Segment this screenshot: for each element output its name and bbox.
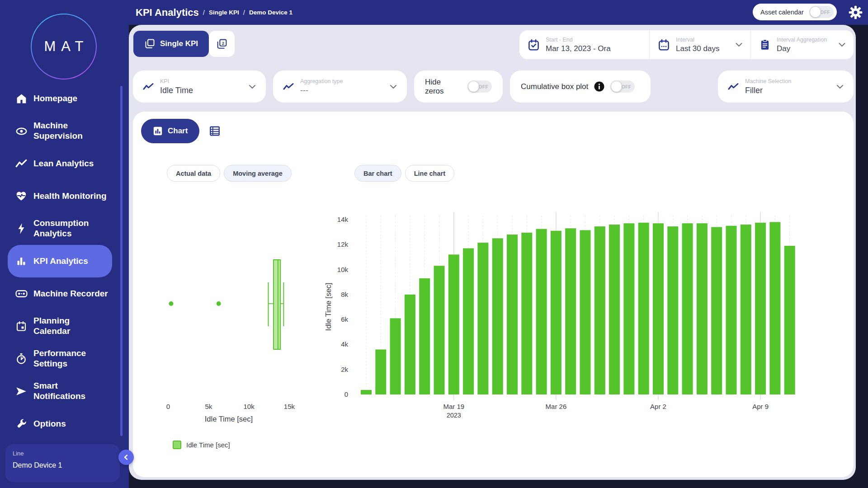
aggregation-type-label: Aggregation type bbox=[300, 78, 343, 84]
breadcrumb: KPI Analytics / Single KPI / Demo Device… bbox=[136, 0, 292, 25]
layers-1-icon: 1 bbox=[144, 38, 155, 49]
single-kpi-label: Single KPI bbox=[160, 39, 198, 48]
sidebar-item-lean-analytics[interactable]: Lean Analytics bbox=[8, 147, 112, 180]
breadcrumb-crumb[interactable]: Single KPI bbox=[209, 9, 239, 16]
trend-icon bbox=[15, 159, 28, 169]
sidebar-item-kpi-analytics[interactable]: KPI Analytics bbox=[8, 245, 112, 277]
svg-text:Mar 19: Mar 19 bbox=[443, 403, 464, 410]
chevron-down-icon bbox=[249, 83, 256, 91]
hide-zeros-switch[interactable]: OFF bbox=[467, 80, 492, 93]
svg-text:2: 2 bbox=[222, 40, 225, 45]
calendar-check-icon bbox=[528, 39, 540, 51]
multi-kpi-tab-button[interactable]: 2 bbox=[209, 31, 235, 57]
bars-icon bbox=[15, 256, 28, 267]
breadcrumb-crumb[interactable]: Demo Device 1 bbox=[249, 9, 292, 16]
svg-text:Idle Time [sec]: Idle Time [sec] bbox=[324, 283, 332, 331]
sidebar-item-label: Machine Recorder bbox=[33, 289, 108, 299]
bar-chart-pill[interactable]: Bar chart bbox=[354, 165, 401, 182]
clipboard-icon bbox=[759, 39, 771, 51]
eye-icon bbox=[15, 125, 28, 137]
aggregation-type-value: --- bbox=[300, 86, 343, 95]
machine-selection-dropdown[interactable]: Machine Selection Filler bbox=[718, 70, 854, 103]
kpi-label: KPI bbox=[160, 78, 193, 84]
bar-chart-icon bbox=[153, 126, 163, 136]
kpi-value: Idle Time bbox=[160, 86, 193, 95]
toggle-knob bbox=[810, 7, 821, 17]
page-title: KPI Analytics bbox=[136, 7, 199, 19]
sidebar-item-health-monitoring[interactable]: Health Monitoring bbox=[8, 180, 112, 212]
sidebar-item-label: KPI Analytics bbox=[33, 256, 88, 267]
home-icon bbox=[15, 93, 28, 104]
kpi-dropdown[interactable]: KPI Idle Time bbox=[133, 70, 266, 103]
hide-zeros-label: Hide zeros bbox=[425, 78, 462, 96]
toggle-state-label: OFF bbox=[622, 84, 632, 89]
chart-tab-label: Chart bbox=[168, 127, 188, 136]
toggle-state-label: OFF bbox=[479, 84, 489, 89]
device-card-value: Demo Device 1 bbox=[13, 461, 113, 469]
svg-text:8k: 8k bbox=[341, 291, 348, 298]
svg-text:Apr 9: Apr 9 bbox=[752, 403, 769, 410]
calendar-dots-icon bbox=[658, 39, 670, 51]
chart-tab-button[interactable]: Chart bbox=[141, 119, 199, 143]
sidebar-item-label: Homepage bbox=[33, 94, 77, 104]
chevron-down-icon bbox=[390, 83, 397, 91]
legend-item[interactable]: Idle Time [sec] bbox=[173, 441, 230, 449]
aggregation-type-dropdown[interactable]: Aggregation type --- bbox=[273, 70, 407, 103]
gear-icon[interactable] bbox=[849, 5, 863, 21]
chevron-down-icon bbox=[836, 83, 844, 91]
svg-text:1: 1 bbox=[150, 40, 152, 45]
sidebar-item-label: Machine Supervision bbox=[33, 121, 83, 141]
brand-logo-text: MAT bbox=[44, 38, 89, 55]
start-end-label: Start - End bbox=[546, 37, 611, 43]
sidebar-item-planning-calendar[interactable]: Planning Calendar bbox=[8, 310, 112, 343]
actual-data-pill[interactable]: Actual data bbox=[167, 165, 220, 182]
breadcrumb-separator: / bbox=[203, 9, 205, 16]
sidebar-item-label: Consumption Analytics bbox=[33, 218, 89, 239]
breadcrumb-separator: / bbox=[243, 9, 245, 16]
cumulative-box-plot-toggle-pill[interactable]: Cumulative box plot OFF bbox=[510, 70, 651, 103]
chevron-down-icon bbox=[736, 41, 742, 49]
svg-text:5k: 5k bbox=[205, 403, 212, 410]
cumulative-box-plot-label: Cumulative box plot bbox=[521, 82, 588, 91]
svg-text:14k: 14k bbox=[337, 216, 349, 223]
sidebar-nav: Homepage Machine Supervision Lean Analyt… bbox=[0, 82, 129, 440]
hide-zeros-toggle-pill[interactable]: Hide zeros OFF bbox=[414, 70, 503, 103]
single-kpi-tab-button[interactable]: 1 Single KPI bbox=[133, 31, 209, 57]
date-range-card: Start - End Mar 13, 2023 - Ora Interval … bbox=[519, 30, 854, 59]
brand-logo: MAT bbox=[31, 14, 97, 80]
device-card-label: Line bbox=[13, 450, 113, 457]
sidebar-item-label: Planning Calendar bbox=[33, 316, 70, 337]
sidebar-collapse-button[interactable] bbox=[118, 450, 134, 465]
cumulative-box-plot-switch[interactable]: OFF bbox=[610, 80, 635, 93]
svg-text:0: 0 bbox=[166, 403, 170, 410]
asset-calendar-toggle-pill[interactable]: Asset calendar OFF bbox=[753, 4, 837, 20]
svg-text:2k: 2k bbox=[341, 366, 348, 373]
sidebar-item-smart-notifications[interactable]: Smart Notifications bbox=[8, 375, 112, 408]
legend-label: Idle Time [sec] bbox=[186, 441, 230, 449]
send-icon bbox=[15, 386, 28, 397]
device-card[interactable]: Line Demo Device 1 bbox=[5, 444, 120, 482]
sidebar-item-machine-recorder[interactable]: Machine Recorder bbox=[8, 277, 112, 310]
heart-pulse-icon bbox=[15, 190, 28, 202]
sidebar-item-homepage[interactable]: Homepage bbox=[8, 82, 112, 115]
svg-text:Idle Time [sec]: Idle Time [sec] bbox=[205, 415, 253, 423]
layers-2-icon: 2 bbox=[216, 38, 227, 50]
bolt-icon bbox=[15, 223, 28, 235]
sidebar-item-options[interactable]: Options bbox=[8, 408, 112, 440]
interval-field[interactable]: Interval Last 30 days bbox=[649, 30, 750, 59]
chevron-down-icon bbox=[839, 41, 845, 49]
table-view-button[interactable] bbox=[209, 125, 221, 137]
moving-average-pill[interactable]: Moving average bbox=[224, 165, 292, 182]
info-icon[interactable] bbox=[594, 81, 604, 92]
chevron-left-icon bbox=[123, 454, 130, 461]
sidebar-item-performance-settings[interactable]: Performance Settings bbox=[8, 343, 112, 375]
asset-calendar-switch[interactable]: OFF bbox=[809, 6, 834, 18]
svg-text:15k: 15k bbox=[284, 403, 295, 410]
interval-aggregation-field[interactable]: Interval Aggregation Day bbox=[750, 30, 854, 59]
sidebar-item-machine-supervision[interactable]: Machine Supervision bbox=[8, 115, 112, 147]
sidebar-scrollbar[interactable] bbox=[120, 86, 123, 436]
line-chart-pill[interactable]: Line chart bbox=[405, 165, 454, 182]
sidebar-item-consumption-analytics[interactable]: Consumption Analytics bbox=[8, 212, 112, 245]
start-end-field[interactable]: Start - End Mar 13, 2023 - Ora bbox=[519, 30, 649, 59]
sidebar-item-label: Lean Analytics bbox=[33, 159, 94, 169]
